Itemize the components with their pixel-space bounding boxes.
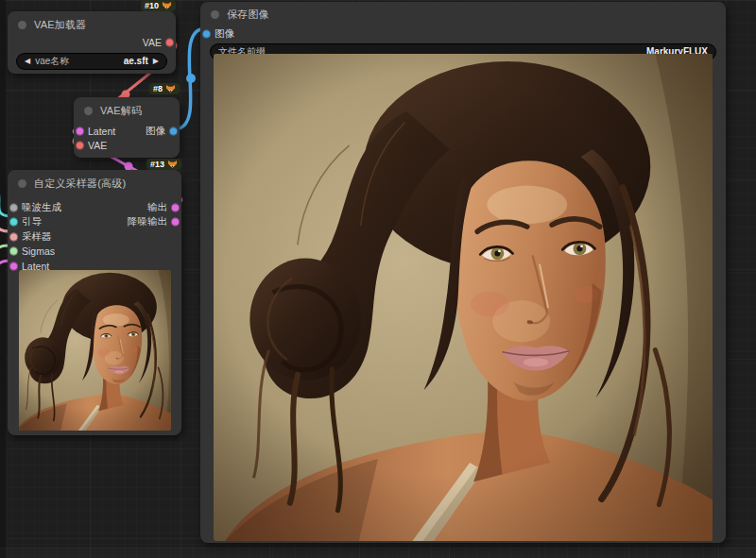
combo-next-arrow[interactable]: ▶ (153, 58, 159, 65)
slot-row: 噪波生成 输出 (8, 200, 181, 215)
widget-label: vae名称 (35, 55, 69, 68)
node-title: 保存图像 (227, 8, 269, 22)
input-slot-dot[interactable] (202, 29, 211, 38)
node-id-badge: #13 (146, 159, 181, 170)
input-slot-dot[interactable] (9, 232, 18, 241)
collapse-toggle[interactable] (18, 21, 26, 29)
input-slot-label: 图像 (215, 27, 234, 41)
node-vae-loader[interactable]: VAE加载器 VAE ◀ vae名称 ae.sft ▶ (8, 11, 176, 74)
output-slot-dot[interactable] (169, 127, 178, 135)
input-slot-label: 采样器 (22, 230, 52, 244)
collapse-toggle[interactable] (211, 10, 219, 19)
node-save-image[interactable]: 保存图像 图像 文件名前缀 MarkuryFLUX (200, 2, 726, 543)
result-portrait-art (214, 54, 713, 541)
output-slot-label: 输出 (147, 201, 167, 214)
widget-value: ae.sft (124, 56, 148, 66)
node-header[interactable]: 自定义采样器(高级) (8, 170, 181, 194)
badge-text: #10 (145, 1, 159, 10)
node-header[interactable]: 保存图像 (200, 2, 726, 25)
slot-row: 图像 (200, 26, 726, 42)
output-slot-label: VAE (143, 37, 162, 48)
slot-row: 采样器 (8, 229, 181, 245)
slot-row: Sigmas (8, 245, 181, 260)
input-slot-dot[interactable] (9, 247, 18, 256)
input-slot-label: 噪波生成 (22, 201, 61, 214)
fox-icon (162, 1, 172, 10)
slot-row: 引导 降噪输出 (8, 215, 181, 230)
slot-row: VAE (74, 139, 180, 154)
node-title: 自定义采样器(高级) (34, 177, 126, 191)
output-slot-label: 降噪输出 (128, 215, 167, 228)
input-slot-dot[interactable] (76, 127, 84, 135)
collapse-toggle[interactable] (18, 179, 26, 188)
node-canvas[interactable]: #10 #8 #13 VAE加载器 VAE ◀ vae名称 ae.sft ▶ V… (0, 0, 756, 558)
input-slot-label: Sigmas (22, 245, 55, 257)
fox-icon (165, 84, 176, 93)
node-title: VAE加载器 (34, 18, 86, 32)
node-header[interactable]: VAE解码 (74, 97, 180, 121)
input-slot-label: Latent (88, 126, 115, 137)
output-slot-dot[interactable] (171, 218, 180, 227)
node-id-badge: #10 (141, 0, 176, 11)
input-slot-label: 引导 (22, 215, 42, 228)
input-slot-dot[interactable] (9, 262, 18, 270)
input-slot-dot[interactable] (9, 218, 18, 227)
output-slot-label: 图像 (146, 125, 165, 138)
output-slot-dot[interactable] (165, 38, 174, 46)
preview-portrait-art (19, 270, 171, 431)
collapse-toggle[interactable] (84, 107, 93, 115)
output-slot-dot[interactable] (171, 203, 180, 211)
vae-name-combo-widget[interactable]: ◀ vae名称 ae.sft ▶ (17, 54, 166, 69)
slot-row: Latent 图像 (74, 124, 180, 139)
input-slot-dot[interactable] (76, 142, 84, 150)
badge-text: #8 (153, 84, 163, 93)
link-midpoint-dot[interactable] (186, 74, 196, 83)
input-slot-label: VAE (88, 140, 107, 151)
sampler-preview-image[interactable] (19, 270, 171, 431)
saved-result-image[interactable] (214, 54, 713, 541)
node-id-badge: #8 (149, 83, 180, 94)
node-custom-sampler-advanced[interactable]: 自定义采样器(高级) 噪波生成 输出 引导 降噪输出 采样器 Sigmas La… (8, 170, 181, 435)
node-header[interactable]: VAE加载器 (8, 11, 176, 35)
fox-icon (167, 160, 178, 169)
badge-text: #13 (150, 160, 164, 169)
slot-row: VAE (8, 35, 176, 50)
combo-prev-arrow[interactable]: ◀ (25, 58, 30, 65)
input-slot-dot[interactable] (9, 203, 18, 211)
node-title: VAE解码 (100, 104, 142, 118)
node-vae-decode[interactable]: VAE解码 Latent 图像 VAE (74, 97, 180, 158)
